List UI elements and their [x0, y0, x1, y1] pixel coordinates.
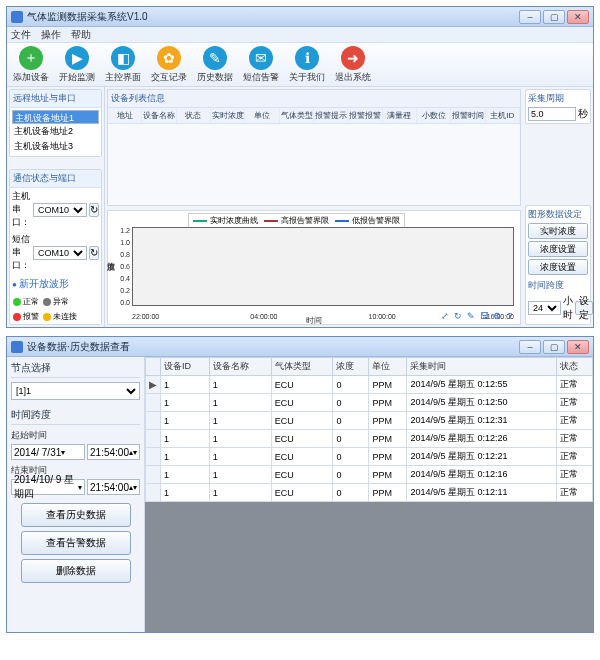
- cell: PPM: [369, 430, 407, 448]
- refresh-title: 采集周期: [528, 92, 588, 105]
- cell: 2014/9/5 星期五 0:12:21: [407, 448, 557, 466]
- table-row[interactable]: ▶11ECU0PPM2014/9/5 星期五 0:12:55正常: [146, 376, 593, 394]
- refresh-input[interactable]: [528, 107, 576, 121]
- tool-开始监测[interactable]: ▶开始监测: [59, 46, 95, 84]
- cell: PPM: [369, 484, 407, 502]
- device-item[interactable]: 主机设备地址2: [12, 124, 99, 139]
- chart-plot[interactable]: [132, 227, 514, 306]
- com-group: 通信状态与端口 主机串口：COM10↻短信串口：COM10↻ ● 新开放波形 正…: [9, 169, 102, 325]
- chart-tool-icon[interactable]: ⚙: [491, 310, 503, 322]
- time-set-button[interactable]: 设定: [575, 301, 593, 315]
- com-refresh-button[interactable]: ↻: [89, 203, 99, 217]
- tool-主控界面[interactable]: ◧主控界面: [105, 46, 141, 84]
- node-select[interactable]: [1]1: [11, 382, 140, 400]
- cell: ECU: [271, 484, 333, 502]
- minimize-button[interactable]: –: [519, 340, 541, 354]
- grid-body[interactable]: [108, 124, 520, 205]
- grid-col[interactable]: 设备名称: [142, 108, 176, 123]
- grid-col[interactable]: 报警时间: [451, 108, 485, 123]
- tool-退出系统[interactable]: ➜退出系统: [335, 46, 371, 84]
- hist-col[interactable]: 浓度: [333, 358, 369, 376]
- com-select[interactable]: COM10: [33, 203, 87, 217]
- row-marker: [146, 466, 161, 484]
- device-item[interactable]: 主机设备地址1: [12, 110, 99, 124]
- cell: 正常: [557, 448, 593, 466]
- menu-文件[interactable]: 文件: [11, 28, 31, 42]
- chart-tool-icon[interactable]: ⤢: [439, 310, 451, 322]
- cell: 1: [209, 466, 271, 484]
- grid-col[interactable]: 实时浓度: [211, 108, 245, 123]
- toolbar-icon: ＋: [19, 46, 43, 70]
- menu-操作[interactable]: 操作: [41, 28, 61, 42]
- end-time-picker[interactable]: 21:54:00 ▴▾: [87, 479, 140, 495]
- grid-col[interactable]: 气体类型: [280, 108, 314, 123]
- tool-短信告警[interactable]: ✉短信告警: [243, 46, 279, 84]
- close-button[interactable]: ✕: [567, 340, 589, 354]
- view-alarm-button[interactable]: 查看告警数据: [21, 531, 131, 555]
- center-panel: 设备列表信息 地址设备名称状态实时浓度单位气体类型报警提示报警报警满量程小数位报…: [105, 87, 523, 327]
- cell: 正常: [557, 430, 593, 448]
- table-row[interactable]: 11ECU0PPM2014/9/5 星期五 0:12:21正常: [146, 448, 593, 466]
- toolbar-label: 退出系统: [335, 71, 371, 84]
- cell: 2014/9/5 星期五 0:12:26: [407, 430, 557, 448]
- chart-tool-icon[interactable]: ?: [504, 310, 516, 322]
- delete-data-button[interactable]: 删除数据: [21, 559, 131, 583]
- history-grid-area[interactable]: 设备ID设备名称气体类型浓度单位采集时间状态▶11ECU0PPM2014/9/5…: [145, 357, 593, 632]
- grid-col[interactable]: 地址: [108, 108, 142, 123]
- com-refresh-button[interactable]: ↻: [89, 246, 99, 260]
- tool-关于我们[interactable]: ℹ关于我们: [289, 46, 325, 84]
- close-button[interactable]: ✕: [567, 10, 589, 24]
- tool-历史数据[interactable]: ✎历史数据: [197, 46, 233, 84]
- hist-col[interactable]: 单位: [369, 358, 407, 376]
- hist-col[interactable]: 设备ID: [161, 358, 210, 376]
- table-row[interactable]: 11ECU0PPM2014/9/5 星期五 0:12:16正常: [146, 466, 593, 484]
- table-row[interactable]: 11ECU0PPM2014/9/5 星期五 0:12:11正常: [146, 484, 593, 502]
- chart-area: 实时浓度曲线高报告警界限低报告警界限 浓度值 1.21.00.80.60.40.…: [107, 210, 521, 325]
- grid-col[interactable]: 主机ID: [486, 108, 520, 123]
- grid-col[interactable]: 报警提示: [314, 108, 348, 123]
- chart-tool-icon[interactable]: ✎: [465, 310, 477, 322]
- start-label: 起始时间: [11, 429, 140, 442]
- cell: PPM: [369, 448, 407, 466]
- device-list: 主机设备地址1主机设备地址2主机设备地址3: [10, 108, 101, 156]
- cfg-btn-2[interactable]: 浓度设置: [528, 259, 588, 275]
- cfg-btn-0[interactable]: 实时浓度: [528, 223, 588, 239]
- tool-添加设备[interactable]: ＋添加设备: [13, 46, 49, 84]
- com-select[interactable]: COM10: [33, 246, 87, 260]
- grid-col[interactable]: 单位: [245, 108, 279, 123]
- grid-col[interactable]: 状态: [177, 108, 211, 123]
- time-span-select[interactable]: 24: [528, 301, 561, 315]
- maximize-button[interactable]: ▢: [543, 10, 565, 24]
- tool-交互记录[interactable]: ✿交互记录: [151, 46, 187, 84]
- row-marker: [146, 484, 161, 502]
- reopen-link[interactable]: ● 新开放波形: [12, 277, 99, 291]
- hist-col[interactable]: 设备名称: [209, 358, 271, 376]
- hist-col[interactable]: 气体类型: [271, 358, 333, 376]
- grid-col[interactable]: 小数位: [417, 108, 451, 123]
- menu-帮助[interactable]: 帮助: [71, 28, 91, 42]
- maximize-button[interactable]: ▢: [543, 340, 565, 354]
- titlebar[interactable]: 设备数据·历史数据查看 – ▢ ✕: [7, 337, 593, 357]
- end-date-picker[interactable]: 2014/10/ 9 星期四 ▾: [11, 479, 85, 495]
- toolbar-icon: ▶: [65, 46, 89, 70]
- grid-col[interactable]: 满量程: [383, 108, 417, 123]
- table-row[interactable]: 11ECU0PPM2014/9/5 星期五 0:12:26正常: [146, 430, 593, 448]
- view-history-button[interactable]: 查看历史数据: [21, 503, 131, 527]
- device-item[interactable]: 主机设备地址3: [12, 139, 99, 154]
- titlebar[interactable]: 气体监测数据采集系统V1.0 – ▢ ✕: [7, 7, 593, 27]
- start-date-picker[interactable]: 2014/ 7/31 ▾: [11, 444, 85, 460]
- chart-tool-icon[interactable]: 🖫: [478, 310, 490, 322]
- table-row[interactable]: 11ECU0PPM2014/9/5 星期五 0:12:31正常: [146, 412, 593, 430]
- cell: 0: [333, 448, 369, 466]
- chart-tool-icon[interactable]: ↻: [452, 310, 464, 322]
- minimize-button[interactable]: –: [519, 10, 541, 24]
- com-label: 短信串口：: [12, 233, 31, 272]
- toolbar-label: 关于我们: [289, 71, 325, 84]
- cell: 1: [161, 484, 210, 502]
- grid-col[interactable]: 报警报警: [348, 108, 382, 123]
- start-time-picker[interactable]: 21:54:00 ▴▾: [87, 444, 140, 460]
- cfg-btn-1[interactable]: 浓度设置: [528, 241, 588, 257]
- hist-col[interactable]: 采集时间: [407, 358, 557, 376]
- table-row[interactable]: 11ECU0PPM2014/9/5 星期五 0:12:50正常: [146, 394, 593, 412]
- hist-col[interactable]: 状态: [557, 358, 593, 376]
